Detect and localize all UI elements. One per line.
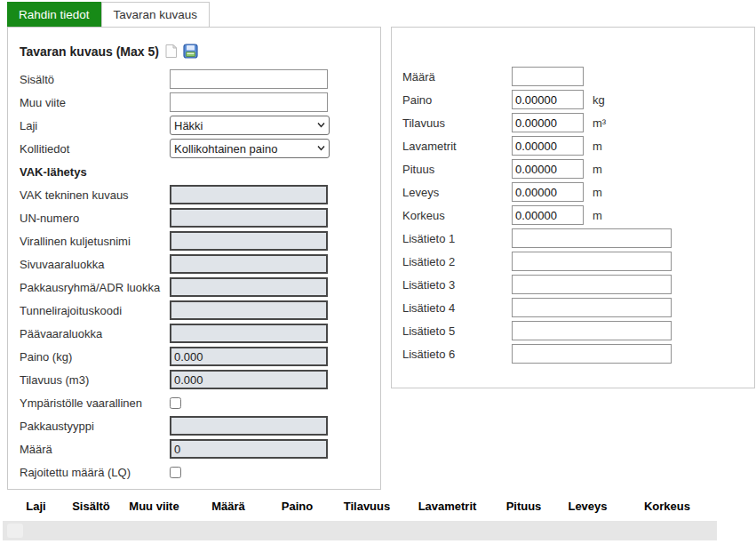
tab-tavaran-kuvaus[interactable]: Tavaran kuvaus [101, 2, 211, 27]
pituus-input[interactable] [512, 159, 584, 179]
field-label-kollitiedot: Kollitiedot [20, 142, 170, 156]
paavaaraluokka-input [170, 324, 328, 343]
panel-title: Tavaran kuvaus (Max 5) [20, 44, 159, 59]
vak-lahetys-header: VAK-lähetys [20, 165, 87, 179]
tab-label: Tavaran kuvaus [114, 8, 198, 21]
column-header-muu-viite: Muu viite [117, 500, 191, 513]
field-label-sivuvaaraluokka: Sivuvaaraluokka [20, 258, 170, 271]
field-label-lisatieto-2: Lisätieto 2 [402, 255, 512, 268]
field-label-laji: Laji [20, 119, 170, 132]
field-label-pituus: Pituus [402, 163, 512, 176]
field-label-paavaaraluokka: Päävaaraluokka [20, 327, 170, 340]
page: Rahdin tiedot Tavaran kuvaus Tavaran kuv… [0, 0, 756, 544]
new-document-icon[interactable] [163, 44, 179, 59]
un-numero-input [170, 208, 328, 228]
save-icon[interactable] [183, 44, 198, 59]
tilavuus-input[interactable] [512, 113, 584, 132]
maara-left-input [170, 439, 328, 459]
sivuvaaraluokka-input [170, 254, 328, 274]
field-label-pakkausryhma-adr: Pakkausryhmä/ADR luokka [20, 281, 170, 294]
column-header-leveys: Leveys [558, 500, 617, 513]
maara-input[interactable] [512, 67, 584, 86]
lisatieto-1-input[interactable] [512, 228, 672, 248]
column-header-tilavuus: Tilavuus [329, 500, 405, 513]
pakkausryhma-adr-input [170, 277, 328, 297]
vak-tekninen-kuvaus-input [170, 185, 328, 204]
lavametrit-input[interactable] [512, 136, 584, 156]
field-label-maara-left: Määrä [20, 443, 170, 456]
column-header-pituus: Pituus [489, 500, 558, 513]
laji-select[interactable]: Häkki [170, 116, 330, 135]
tunnelirajoituskoodi-input [170, 300, 328, 320]
paino-kg-input [170, 347, 328, 366]
field-label-vak-tekninen-kuvaus: VAK tekninen kuvaus [20, 188, 170, 202]
tilavuus-unit: m³ [593, 116, 606, 130]
rajoitettu-maara-lq-checkbox[interactable] [170, 467, 181, 478]
virallinen-kuljetusnimi-input [170, 231, 328, 251]
ymparistolle-vaarallinen-checkbox[interactable] [170, 397, 181, 409]
column-header-korkeus: Korkeus [617, 500, 717, 513]
column-header-sisalto: Sisältö [65, 500, 117, 513]
field-label-un-numero: UN-numero [20, 212, 170, 225]
field-label-lisatieto-5: Lisätieto 5 [402, 324, 512, 338]
leveys-unit: m [593, 186, 602, 199]
field-label-korkeus: Korkeus [402, 209, 512, 222]
sisalto-input[interactable] [170, 69, 328, 89]
field-label-virallinen-kuljetusnimi: Virallinen kuljetusnimi [20, 235, 170, 248]
leveys-input[interactable] [512, 182, 584, 202]
kollitiedot-select[interactable]: Kollikohtainen paino [170, 139, 330, 158]
field-label-tunnelirajoituskoodi: Tunnelirajoituskoodi [20, 304, 170, 317]
field-label-lisatieto-6: Lisätieto 6 [402, 348, 512, 361]
paino-unit: kg [593, 93, 605, 107]
column-header-laji: Laji [7, 500, 65, 513]
field-label-muu-viite: Muu viite [20, 96, 170, 109]
pituus-unit: m [593, 163, 602, 176]
lisatieto-2-input[interactable] [512, 252, 672, 271]
lisatieto-3-input[interactable] [512, 275, 672, 294]
field-label-sisalto: Sisältö [20, 73, 170, 86]
paino-input[interactable] [512, 90, 584, 109]
lisatieto-4-input[interactable] [512, 298, 672, 317]
field-label-ymparistolle-vaarallinen: Ympäristölle vaarallinen [20, 396, 170, 410]
field-label-leveys: Leveys [402, 186, 512, 199]
tilavuus-m3-input [170, 370, 328, 389]
field-label-lisatieto-4: Lisätieto 4 [402, 301, 512, 315]
goods-table-header: Laji Sisältö Muu viite Määrä Paino Tilav… [7, 500, 718, 513]
field-label-lavametrit: Lavametrit [402, 140, 512, 153]
column-header-paino: Paino [266, 500, 329, 513]
table-empty-row [3, 521, 717, 540]
table-row-placeholder [7, 524, 23, 538]
tab-bar: Rahdin tiedot Tavaran kuvaus [7, 2, 210, 27]
korkeus-input[interactable] [512, 205, 584, 225]
lisatieto-5-input[interactable] [512, 321, 672, 340]
column-header-lavametrit: Lavametrit [405, 500, 489, 513]
field-label-tilavuus-m3: Tilavuus (m3) [20, 373, 170, 387]
tab-rahdin-tiedot[interactable]: Rahdin tiedot [7, 2, 101, 27]
field-label-lisatieto-1: Lisätieto 1 [402, 232, 512, 245]
field-label-pakkaustyyppi: Pakkaustyyppi [20, 420, 170, 433]
tavaran-kuvaus-panel: Tavaran kuvaus (Max 5) Sisältö Muu viite… [7, 27, 381, 490]
lisatieto-6-input[interactable] [512, 344, 672, 364]
column-header-maara: Määrä [191, 500, 266, 513]
field-label-paino: Paino [402, 93, 512, 107]
mitat-panel: Määrä Paino kg Tilavuus m³ Lavametrit m … [391, 27, 755, 388]
lavametrit-unit: m [593, 140, 602, 153]
field-label-tilavuus: Tilavuus [402, 116, 512, 130]
field-label-maara: Määrä [402, 70, 512, 84]
field-label-paino-kg: Paino (kg) [20, 350, 170, 364]
field-label-rajoitettu-maara-lq: Rajoitettu määrä (LQ) [20, 466, 170, 479]
field-label-lisatieto-3: Lisätieto 3 [402, 278, 512, 292]
pakkaustyyppi-input [170, 416, 328, 436]
muu-viite-input[interactable] [170, 92, 328, 112]
korkeus-unit: m [593, 209, 602, 222]
tab-label: Rahdin tiedot [19, 8, 90, 21]
